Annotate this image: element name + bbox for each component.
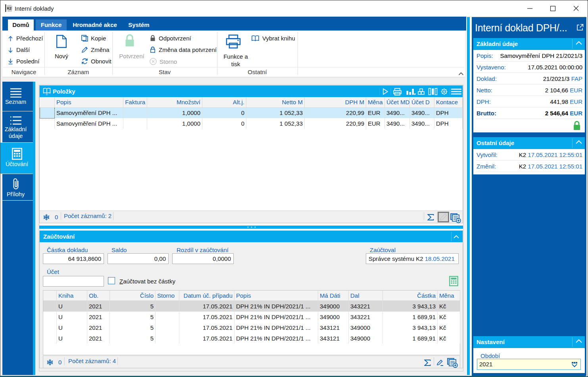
svg-text:K2: K2 bbox=[7, 6, 12, 10]
